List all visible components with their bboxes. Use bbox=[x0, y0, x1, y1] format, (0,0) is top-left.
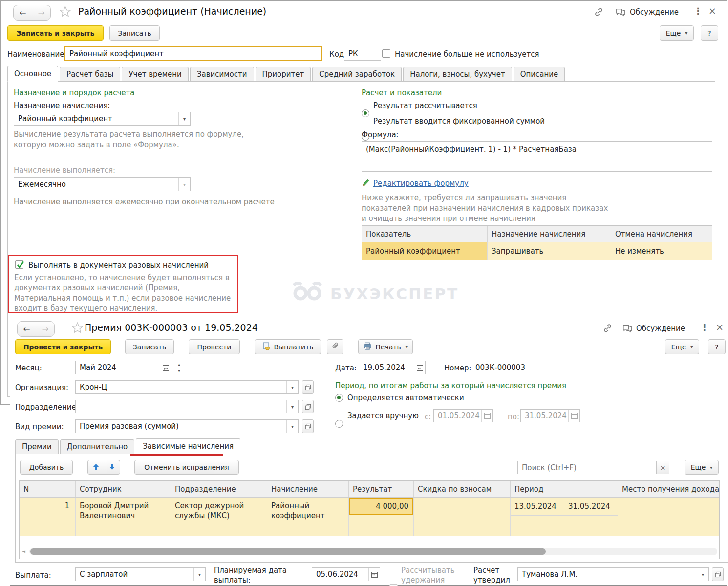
back-button[interactable]: ← bbox=[18, 322, 36, 336]
onetime-checkbox[interactable] bbox=[15, 260, 23, 269]
column-header[interactable]: Место получения дохода bbox=[618, 481, 719, 497]
not-used-checkbox[interactable] bbox=[382, 49, 390, 58]
tab-opisanie[interactable]: Описание bbox=[514, 67, 565, 82]
planned-date-input[interactable]: 05.06.2024 bbox=[312, 567, 380, 581]
column-header[interactable]: Сотрудник bbox=[76, 481, 171, 497]
calendar-icon[interactable] bbox=[368, 568, 380, 581]
period-auto-radio[interactable] bbox=[335, 394, 343, 402]
calendar-icon[interactable] bbox=[481, 410, 492, 422]
period-from-cell[interactable]: 13.05.2024 bbox=[511, 498, 564, 536]
calendar-icon[interactable] bbox=[568, 410, 579, 422]
forward-button[interactable]: → bbox=[32, 5, 50, 20]
open-approver-button[interactable] bbox=[712, 567, 724, 581]
tab-prioritet[interactable]: Приоритет bbox=[256, 67, 311, 82]
column-header[interactable]: Отмена начисления bbox=[611, 226, 712, 242]
period-manual-radio[interactable] bbox=[335, 420, 343, 428]
accrual-cell[interactable]: Районный коэффициент bbox=[267, 498, 349, 536]
tab-zavisimye-nachisleniya[interactable]: Зависимые начисления bbox=[136, 438, 240, 454]
place-cell[interactable] bbox=[618, 498, 719, 536]
assign-cell[interactable]: Запрашивать bbox=[488, 242, 611, 260]
column-header[interactable]: Назначение начисления bbox=[488, 226, 611, 242]
result-cell[interactable]: 4 000,00 bbox=[349, 498, 414, 536]
back-button[interactable]: ← bbox=[14, 5, 32, 20]
code-input[interactable] bbox=[344, 47, 381, 61]
help-button[interactable]: ? bbox=[701, 25, 718, 41]
dropdown-arrow-icon[interactable]: ▾ bbox=[178, 112, 190, 125]
period-from-input[interactable]: 01.05.2024 bbox=[433, 409, 493, 422]
tab-raschet-bazy[interactable]: Расчет базы bbox=[60, 67, 120, 82]
month-input[interactable]: Май 2024 bbox=[75, 361, 171, 374]
tab-sredniy-zarabotok[interactable]: Средний заработок bbox=[312, 67, 402, 82]
row-number-cell[interactable]: 1 bbox=[20, 498, 76, 536]
dropdown-arrow-icon[interactable]: ▾ bbox=[286, 381, 298, 393]
move-down-button[interactable] bbox=[104, 460, 120, 475]
column-header[interactable]: Период bbox=[511, 481, 564, 497]
discussion-label[interactable]: Обсуждение bbox=[630, 8, 679, 17]
tab-osnovnoe[interactable]: Основное bbox=[7, 66, 58, 82]
purpose-combobox[interactable]: Районный коэффициент ▾ bbox=[14, 112, 191, 126]
cancel-cell[interactable]: Не изменять bbox=[611, 242, 712, 260]
discussion-label[interactable]: Обсуждение bbox=[636, 324, 685, 333]
link-icon[interactable] bbox=[602, 323, 613, 335]
post-close-button[interactable]: Провести и закрыть bbox=[15, 339, 111, 354]
tab-dopolnitelno[interactable]: Дополнительно bbox=[60, 439, 134, 454]
star-icon[interactable] bbox=[71, 322, 84, 336]
dropdown-arrow-icon[interactable]: ▾ bbox=[286, 400, 298, 413]
cancel-fixes-button[interactable]: Отменить исправления bbox=[134, 460, 239, 475]
tab-uchet-vremeni[interactable]: Учет времени bbox=[122, 67, 188, 82]
dropdown-arrow-icon[interactable]: ▾ bbox=[193, 568, 205, 581]
column-header[interactable]: Результат bbox=[349, 481, 414, 497]
forward-button[interactable]: → bbox=[36, 322, 54, 336]
dropdown-arrow-icon[interactable]: ▾ bbox=[286, 420, 298, 433]
table-row[interactable]: Районный коэффициент Запрашивать Не изме… bbox=[362, 242, 712, 260]
save-button[interactable]: Записать bbox=[109, 25, 160, 41]
approver-combobox[interactable]: Туманова Л.М. ▾ bbox=[517, 567, 709, 581]
bonus-type-combobox[interactable]: Премия разовая (суммой) ▾ bbox=[75, 419, 299, 433]
link-icon[interactable] bbox=[594, 7, 604, 19]
tab-premii[interactable]: Премии bbox=[15, 439, 59, 454]
dropdown-arrow-icon[interactable]: ▾ bbox=[697, 568, 708, 581]
column-header[interactable]: N bbox=[20, 481, 76, 497]
open-organization-button[interactable] bbox=[302, 380, 314, 394]
column-header[interactable]: Скидка по взносам bbox=[414, 481, 511, 497]
scrollbar-thumb[interactable] bbox=[30, 548, 546, 555]
department-combobox[interactable]: ▾ bbox=[75, 400, 299, 413]
employee-cell[interactable]: Боровой Дмитрий Валентинович bbox=[76, 498, 171, 536]
performed-combobox[interactable]: Ежемесячно ▾ bbox=[14, 177, 191, 191]
date-input[interactable]: 19.05.2024 bbox=[359, 361, 426, 374]
close-icon[interactable]: × bbox=[708, 5, 716, 16]
close-icon[interactable]: × bbox=[716, 322, 724, 332]
calendar-icon[interactable] bbox=[160, 361, 171, 374]
spin-down-icon[interactable]: ▼ bbox=[173, 368, 185, 374]
discount-cell[interactable] bbox=[414, 498, 511, 536]
period-to-cell[interactable]: 31.05.2024 bbox=[564, 498, 618, 536]
star-icon[interactable] bbox=[59, 5, 72, 20]
pay-button[interactable]: Выплатить bbox=[255, 339, 321, 354]
selected-cell-frame[interactable]: 4 000,00 bbox=[349, 498, 413, 515]
table-more-button[interactable]: Еще▾ bbox=[685, 460, 719, 475]
formula-textarea[interactable]: (Макс(РайонныйКоэффициент, 1) - 1) * Рас… bbox=[362, 141, 712, 172]
open-bonus-type-button[interactable] bbox=[302, 419, 314, 433]
search-clear-button[interactable]: × bbox=[656, 461, 669, 474]
column-header[interactable]: Начисление bbox=[267, 481, 349, 497]
move-up-button[interactable] bbox=[87, 460, 104, 475]
discussion-icon[interactable] bbox=[622, 324, 633, 335]
attachment-button[interactable] bbox=[327, 339, 343, 354]
save-close-button[interactable]: Записать и закрыть bbox=[7, 25, 104, 41]
more-button[interactable]: Еще▾ bbox=[660, 25, 694, 41]
department-cell[interactable]: Сектор дежурной службы (МКС) bbox=[171, 498, 267, 536]
open-department-button[interactable] bbox=[302, 400, 314, 413]
dropdown-arrow-icon[interactable]: ▾ bbox=[178, 178, 190, 191]
calc-deductions-checkbox[interactable] bbox=[389, 584, 398, 586]
table-row[interactable]: 1 Боровой Дмитрий Валентинович Сектор де… bbox=[20, 498, 719, 536]
more-button[interactable]: Еще▾ bbox=[665, 339, 699, 354]
payout-combobox[interactable]: С зарплатой ▾ bbox=[75, 567, 206, 581]
add-button[interactable]: Добавить bbox=[20, 460, 73, 475]
period-to-input[interactable]: 31.05.2024 bbox=[520, 409, 580, 422]
indicator-cell[interactable]: Районный коэффициент bbox=[362, 242, 488, 260]
organization-combobox[interactable]: Крон-Ц ▾ bbox=[75, 380, 299, 394]
kebab-menu-icon[interactable]: ⋮ bbox=[694, 6, 703, 16]
spin-up-icon[interactable]: ▲ bbox=[173, 361, 185, 368]
search-input[interactable] bbox=[517, 461, 657, 474]
name-input[interactable] bbox=[64, 46, 322, 61]
